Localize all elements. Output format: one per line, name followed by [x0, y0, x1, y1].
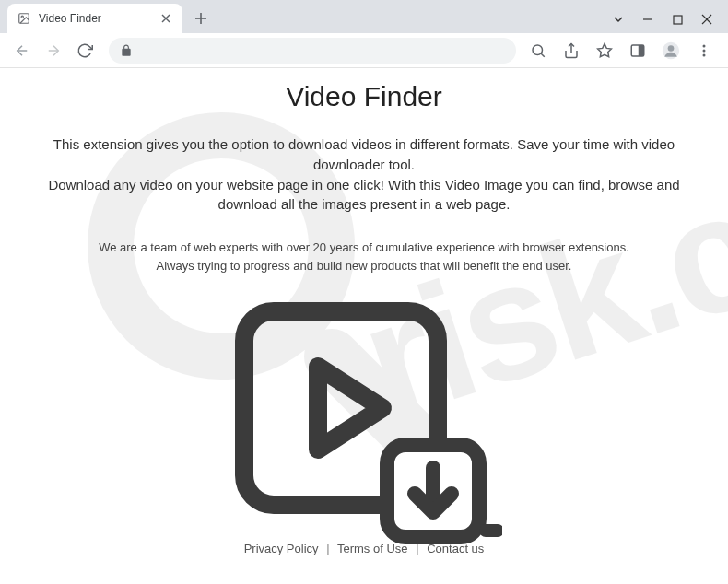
team-line-2: Always trying to progress and build new …	[37, 257, 691, 275]
divider: |	[326, 542, 329, 555]
svg-point-1	[21, 16, 23, 18]
bookmark-star-icon[interactable]	[593, 40, 616, 62]
address-bar[interactable]	[109, 38, 516, 64]
browser-tab[interactable]: Video Finder	[7, 4, 182, 33]
tab-title: Video Finder	[39, 12, 159, 25]
svg-marker-15	[598, 43, 612, 56]
svg-rect-7	[674, 16, 682, 24]
tab-close-icon[interactable]	[159, 11, 173, 26]
new-tab-button[interactable]	[188, 6, 214, 31]
description-line-2: Download any video on your website page …	[37, 175, 691, 216]
video-download-illustration	[37, 293, 691, 551]
back-button[interactable]	[9, 38, 35, 64]
browser-toolbar	[0, 33, 728, 68]
page-content: Video Finder This extension gives you th…	[0, 68, 728, 551]
sidepanel-icon[interactable]	[627, 40, 649, 62]
svg-point-19	[668, 45, 675, 52]
description-line-1: This extension gives you the option to d…	[37, 134, 691, 175]
svg-rect-17	[639, 45, 644, 56]
svg-point-22	[703, 53, 706, 56]
profile-icon[interactable]	[660, 40, 682, 62]
close-icon[interactable]	[700, 13, 713, 26]
svg-point-21	[703, 49, 706, 52]
chevron-down-icon[interactable]	[612, 13, 625, 26]
contact-us-link[interactable]: Contact us	[427, 542, 484, 555]
maximize-icon[interactable]	[671, 13, 684, 26]
window-titlebar: Video Finder	[0, 0, 728, 33]
footer-links: Privacy Policy | Terms of Use | Contact …	[0, 542, 728, 555]
page-title: Video Finder	[37, 81, 691, 112]
svg-line-13	[541, 53, 545, 57]
menu-icon[interactable]	[693, 40, 715, 62]
terms-of-use-link[interactable]: Terms of Use	[337, 542, 408, 555]
divider: |	[416, 542, 418, 555]
search-icon[interactable]	[527, 40, 549, 62]
forward-button[interactable]	[41, 38, 66, 64]
reload-button[interactable]	[72, 38, 98, 64]
team-line-1: We are a team of web experts with over 2…	[37, 239, 691, 257]
tab-favicon-icon	[17, 11, 31, 26]
window-controls	[612, 13, 728, 33]
privacy-policy-link[interactable]: Privacy Policy	[244, 542, 319, 555]
svg-marker-27	[318, 367, 382, 450]
lock-icon	[120, 44, 133, 57]
share-icon[interactable]	[560, 40, 582, 62]
svg-point-12	[533, 45, 543, 55]
svg-point-20	[703, 44, 706, 47]
minimize-icon[interactable]	[641, 13, 654, 26]
